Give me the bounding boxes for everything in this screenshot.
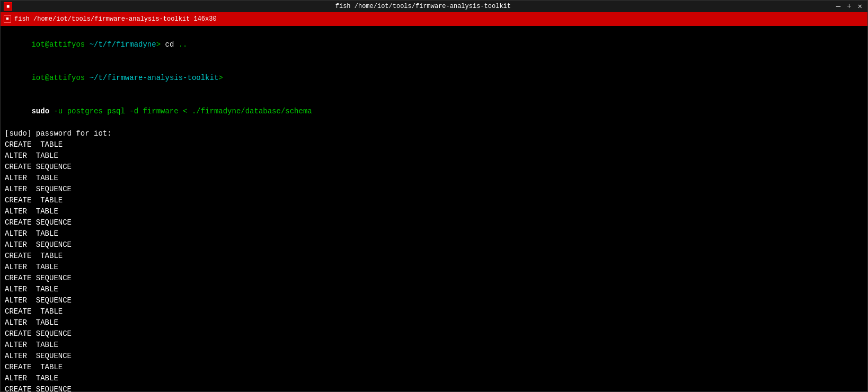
terminal-output-11: CREATE TABLE [5,251,863,262]
terminal-output-14: ALTER TABLE [5,284,863,295]
cmd-cd: cd [165,40,178,49]
terminal-output-23: CREATE SEQUENCE [5,384,863,391]
terminal-output-18: CREATE SEQUENCE [5,328,863,340]
terminal-output-21: CREATE TABLE [5,362,863,373]
title-bar: ■ fish /home/iot/tools/firmware-analysis… [1,1,867,12]
maximize-button[interactable]: + [845,3,853,10]
terminal-output-8: CREATE SEQUENCE [5,217,863,228]
terminal-output-1: CREATE TABLE [5,139,863,150]
prompt-arrow-2: > [218,74,223,82]
terminal-output-6: CREATE TABLE [5,195,863,206]
prompt-user-2: iot@attifyos [31,74,85,82]
terminal-output-7: ALTER TABLE [5,206,863,217]
cmd-sudo-args: -u postgres psql -d firmware < ./firmady… [49,107,312,115]
title-bar-controls: — + ✕ [834,3,864,10]
terminal-output-15: ALTER SEQUENCE [5,295,863,306]
prompt-user-1: iot@attifyos [31,40,85,49]
terminal-output-17: ALTER TABLE [5,317,863,328]
tab-icon: ■ [4,15,11,23]
terminal-line-1: iot@attifyos ~/t/f/firmadyne> cd .. [5,28,863,61]
cmd-sudo: sudo [31,107,49,115]
terminal-output-9: ALTER TABLE [5,228,863,239]
title-bar-left: ■ [4,2,12,11]
prompt-path-2: ~/t/firmware-analysis-toolkit [85,74,218,82]
terminal-output-10: ALTER SEQUENCE [5,239,863,251]
prompt-arrow-1: > [156,40,165,49]
prompt-path-1: ~/t/f/firmadyne [85,40,156,49]
cmd-cd-arg: .. [179,40,188,49]
terminal-window: ■ fish /home/iot/tools/firmware-analysis… [0,0,868,392]
terminal-output-12: ALTER TABLE [5,262,863,273]
terminal-output-4: ALTER TABLE [5,173,863,184]
close-button[interactable]: ✕ [856,3,864,10]
tab-bar: ■ fish /home/iot/tools/firmware-analysis… [1,12,867,26]
terminal-line-2: iot@attifyos ~/t/firmware-analysis-toolk… [5,61,863,95]
terminal-body[interactable]: iot@attifyos ~/t/f/firmadyne> cd .. iot@… [1,26,867,391]
terminal-output-19: ALTER TABLE [5,340,863,351]
window-icon: ■ [4,2,12,11]
terminal-output-16: CREATE TABLE [5,306,863,317]
window-icon-symbol: ■ [6,4,10,10]
title-bar-title: fish /home/iot/tools/firmware-analysis-t… [12,3,834,10]
terminal-output-2: ALTER TABLE [5,150,863,162]
terminal-output-13: CREATE SEQUENCE [5,273,863,284]
terminal-output-3: CREATE SEQUENCE [5,162,863,173]
tab-title: fish /home/iot/tools/firmware-analysis-t… [14,15,217,23]
minimize-button[interactable]: — [834,3,843,10]
terminal-line-3: sudo -u postgres psql -d firmware < ./fi… [5,95,863,128]
terminal-output-5: ALTER SEQUENCE [5,184,863,195]
terminal-output-sudo-password: [sudo] password for iot: [5,128,863,139]
terminal-output-22: ALTER TABLE [5,373,863,384]
terminal-output-20: ALTER SEQUENCE [5,351,863,362]
